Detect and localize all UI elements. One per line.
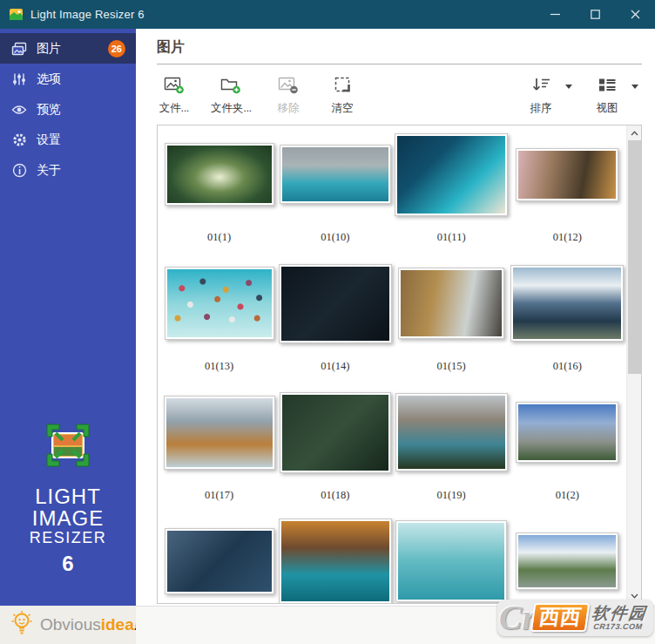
brand-obvious: Obvious — [40, 615, 101, 634]
thumbnail-label: 01(12) — [553, 220, 582, 244]
thumbnail-image — [398, 396, 505, 469]
sort-dropdown-caret[interactable] — [564, 83, 574, 91]
sort-button[interactable]: 排序 — [523, 76, 558, 116]
thumbnail-item[interactable]: 01(19) — [394, 387, 510, 516]
window-controls — [535, 0, 655, 29]
thumbnail-item[interactable]: 01(16) — [510, 258, 625, 387]
thumbnail-item[interactable]: 01(18) — [277, 387, 393, 516]
view-label: 视图 — [597, 101, 618, 116]
thumbnail-item[interactable]: 01(13) — [161, 258, 277, 387]
thumbnail-label: 01(11) — [437, 220, 466, 244]
maximize-button[interactable] — [575, 0, 615, 29]
sidebar-item-图片[interactable]: 图片 26 — [0, 33, 136, 64]
thumbnail-image — [167, 269, 272, 337]
sidebar-item-label: 关于 — [37, 163, 61, 179]
sidebar-item-关于[interactable]: 关于 — [0, 155, 136, 186]
clear-button[interactable]: 清空 — [325, 76, 360, 116]
scroll-up-button[interactable] — [627, 125, 642, 140]
window-title: Light Image Resizer 6 — [30, 8, 145, 21]
info-icon — [10, 163, 28, 179]
vertical-scrollbar[interactable] — [626, 125, 641, 603]
toolbar-right-group: 排序 视图 — [523, 76, 642, 116]
thumbnail-image — [282, 395, 388, 471]
cr173-watermark: Cr 西西 软件园 CR173.COM — [497, 600, 653, 636]
folder-add-icon — [220, 76, 241, 98]
add-folder-label: 文件夹... — [211, 101, 252, 116]
thumbnail-image — [167, 146, 272, 203]
thumbnail-item[interactable] — [161, 516, 277, 604]
thumbnail-label: 01(2) — [556, 478, 579, 502]
titlebar[interactable]: Light Image Resizer 6 — [0, 0, 655, 29]
eye-icon — [10, 102, 28, 118]
thumbnail-item[interactable]: 01(10) — [277, 129, 393, 258]
scrollbar-thumb[interactable] — [628, 140, 641, 374]
photos-icon — [10, 41, 28, 57]
add-folder-button[interactable]: 文件夹... — [211, 76, 252, 116]
app-window: Light Image Resizer 6 图片 26 选项 预览 设置 关于 — [0, 0, 655, 644]
resizer-logo-icon — [0, 421, 136, 473]
thumbnail-item[interactable]: 01(15) — [394, 258, 510, 387]
remove-button[interactable]: 移除 — [271, 76, 306, 116]
close-button[interactable] — [615, 0, 655, 29]
toolbar-left-group: 文件... 文件夹... 移除 清空 — [157, 76, 360, 116]
app-logo-icon — [9, 7, 24, 22]
thumbnail-image — [282, 147, 388, 201]
thumbnail-item[interactable]: 01(12) — [510, 129, 625, 258]
thumbnail-label: 01(10) — [321, 220, 349, 244]
watermark-domain: CR173.COM — [593, 622, 643, 631]
logo-text-line: LIGHT — [0, 485, 136, 507]
view-button[interactable]: 视图 — [590, 76, 625, 116]
sidebar-item-label: 预览 — [37, 102, 61, 118]
view-mode-icon — [597, 76, 618, 98]
thumbnail-label: 01(18) — [321, 478, 349, 502]
thumbnail-image — [513, 268, 621, 339]
sliders-icon — [10, 71, 28, 87]
sidebar-item-选项[interactable]: 选项 — [0, 64, 136, 94]
minimize-button[interactable] — [535, 0, 575, 29]
thumbnail-item[interactable]: 01(2) — [510, 387, 625, 516]
sidebar-item-label: 选项 — [37, 71, 61, 87]
page-title: 图片 — [157, 38, 642, 57]
thumbnail-image — [167, 531, 272, 592]
thumbnail-label: 01(15) — [436, 349, 465, 373]
image-list-panel: 01(1) 01(10) 01(11) 01(12) 01(13) 01(14)… — [157, 125, 642, 604]
remove-label: 移除 — [277, 101, 299, 116]
add-file-label: 文件... — [159, 101, 189, 116]
thumbnail-label: 01(19) — [436, 478, 465, 502]
app-logo: LIGHT IMAGE RESIZER 6 — [0, 421, 136, 576]
obviousidea-brand[interactable]: Obviousidea! — [0, 606, 136, 644]
thumbnail-image — [397, 136, 505, 214]
thumbnail-item[interactable] — [510, 516, 625, 604]
thumbnail-item[interactable]: 01(17) — [161, 387, 277, 516]
thumbnail-label: 01(1) — [207, 220, 231, 244]
thumbnail-image — [166, 398, 273, 467]
toolbar: 文件... 文件夹... 移除 清空 — [157, 76, 642, 116]
sort-label: 排序 — [530, 101, 552, 116]
view-dropdown-caret[interactable] — [630, 83, 640, 91]
thumbnail-image — [518, 404, 616, 460]
add-file-button[interactable]: 文件... — [157, 76, 192, 116]
thumbnail-item[interactable] — [394, 516, 510, 604]
main-content: 图片 文件... 文件夹... 移除 — [136, 29, 655, 606]
thumbnail-item[interactable]: 01(14) — [277, 258, 393, 387]
sidebar-item-设置[interactable]: 设置 — [0, 125, 136, 155]
thumbnail-label: 01(16) — [553, 349, 582, 373]
sidebar-item-预览[interactable]: 预览 — [0, 94, 136, 125]
title-divider — [157, 64, 642, 64]
thumbnail-item[interactable] — [277, 516, 393, 604]
sidebar: 图片 26 选项 预览 设置 关于 — [0, 29, 136, 606]
sort-descending-icon — [530, 76, 551, 98]
thumbnail-item[interactable]: 01(11) — [394, 129, 510, 258]
image-count-badge: 26 — [108, 40, 125, 58]
thumbnail-item[interactable]: 01(1) — [161, 129, 277, 258]
gear-icon — [10, 132, 28, 148]
thumbnail-label: 01(13) — [205, 349, 233, 373]
thumbnail-image — [518, 151, 616, 199]
logo-version: 6 — [0, 552, 136, 576]
watermark-site-name: 软件园 — [591, 605, 648, 621]
thumbnail-image — [281, 521, 389, 601]
brand-idea: idea — [101, 615, 134, 634]
chevron-down-icon — [565, 85, 572, 89]
thumbnail-grid: 01(1) 01(10) 01(11) 01(12) 01(13) 01(14)… — [161, 129, 625, 604]
thumbnail-image — [398, 523, 504, 600]
